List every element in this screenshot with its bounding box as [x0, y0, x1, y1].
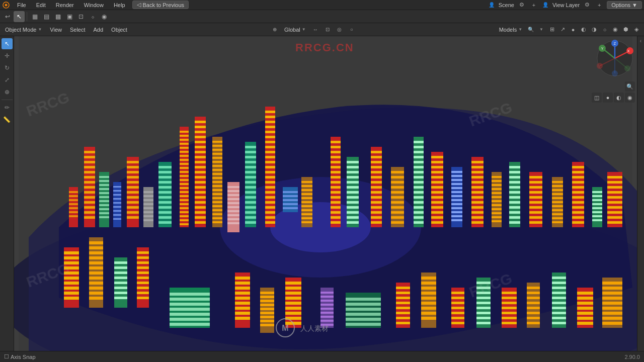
view-tool-7[interactable]: ◉ [99, 11, 110, 22]
zoom-icon[interactable]: 🔍 [625, 81, 635, 92]
svg-rect-591 [552, 322, 566, 324]
svg-rect-224 [301, 221, 312, 223]
view-tool-3[interactable]: ▩ [52, 11, 63, 22]
svg-rect-103 [180, 195, 189, 197]
object-menu[interactable]: Object [109, 26, 129, 34]
search-icon[interactable]: 🔍 [526, 25, 535, 34]
svg-rect-135 [212, 145, 222, 147]
svg-rect-530 [396, 297, 410, 299]
viewport-shading-4[interactable]: ○ [600, 25, 609, 34]
transform-tool[interactable]: ⊕ [2, 86, 13, 98]
view-menu[interactable]: View [48, 26, 64, 34]
svg-rect-542 [421, 302, 436, 305]
svg-rect-545 [421, 317, 436, 320]
scene-add-icon[interactable]: + [529, 1, 538, 10]
svg-rect-289 [414, 156, 424, 158]
svg-rect-130 [195, 211, 206, 214]
viewport-shading-6[interactable]: ⬢ [621, 25, 630, 34]
back-to-previous-button[interactable]: ◁ Back to Previous [132, 1, 189, 9]
svg-rect-468 [137, 282, 149, 284]
viewport-shading-2[interactable]: ◐ [579, 25, 588, 34]
svg-rect-482 [235, 282, 250, 285]
select-menu[interactable]: Select [68, 26, 88, 34]
view-tool-4[interactable]: ▣ [64, 11, 75, 22]
scene-settings-icon[interactable]: ⚙ [517, 1, 526, 10]
proportional-icon[interactable]: ○ [347, 25, 356, 34]
view-layer-add-icon[interactable]: + [595, 1, 604, 10]
view-tool-1[interactable]: ▦ [29, 11, 40, 22]
user-icon[interactable]: 👤 [488, 1, 496, 9]
svg-rect-145 [212, 185, 222, 187]
left-tool-panel: ↖ ✛ ↻ ⤢ ⊕ ✏ 📏 [0, 36, 14, 351]
view-dropdown-right[interactable]: ▼ [537, 26, 545, 33]
menu-render[interactable]: Render [53, 1, 77, 9]
overlay-icon[interactable]: ⊞ [547, 25, 556, 34]
menu-file[interactable]: File [14, 1, 29, 9]
move-tool[interactable]: ✛ [2, 50, 13, 61]
menu-window[interactable]: Window [81, 1, 107, 9]
svg-rect-81 [158, 201, 172, 204]
snap-icon[interactable]: ⊡ [323, 25, 332, 34]
material-icon[interactable]: ◐ [614, 93, 624, 103]
wireframe-icon[interactable]: ◫ [592, 93, 602, 103]
view-tool-5[interactable]: ⊡ [75, 11, 87, 22]
svg-rect-109 [180, 219, 189, 221]
right-panel-toggle[interactable]: ‹ [637, 36, 644, 351]
cursor-tool[interactable]: ↖ [14, 11, 25, 22]
svg-rect-232 [331, 171, 341, 173]
options-button[interactable]: Options ▼ [607, 1, 642, 9]
rotate-tool[interactable]: ↻ [2, 62, 13, 73]
solid-icon[interactable]: ● [603, 93, 613, 103]
gizmo-widget[interactable]: X Y Z [595, 38, 635, 78]
svg-rect-582 [552, 277, 566, 279]
svg-rect-252 [347, 201, 359, 204]
viewport-shading-5[interactable]: ◉ [611, 25, 620, 34]
pivot-icon[interactable]: ◎ [335, 25, 344, 34]
svg-rect-329 [451, 211, 462, 213]
viewport-icon-1[interactable]: ⊕ [270, 25, 279, 34]
svg-rect-515 [320, 308, 334, 310]
svg-rect-77 [158, 181, 172, 184]
svg-rect-599 [577, 322, 593, 325]
measure-tool[interactable]: 📏 [2, 114, 13, 125]
svg-rect-607 [602, 312, 622, 315]
svg-point-1 [5, 4, 8, 6]
svg-rect-581 [552, 273, 566, 328]
svg-rect-529 [396, 292, 410, 294]
annotate-tool[interactable]: ✏ [2, 102, 13, 113]
add-menu[interactable]: Add [92, 26, 106, 34]
svg-rect-603 [602, 292, 622, 295]
viewport-shading-7[interactable]: ◈ [632, 25, 641, 34]
svg-rect-66 [143, 195, 153, 197]
svg-rect-180 [245, 211, 256, 214]
svg-rect-388 [552, 197, 563, 199]
object-mode-dropdown[interactable]: Object Mode ▼ [3, 26, 44, 34]
user2-icon[interactable]: 👤 [541, 1, 549, 9]
svg-rect-384 [552, 181, 563, 183]
viewport-shading-3[interactable]: ◑ [590, 25, 599, 34]
svg-rect-164 [227, 218, 239, 220]
view-layer-settings-icon[interactable]: ⚙ [583, 1, 592, 10]
svg-rect-173 [245, 176, 256, 178]
menu-edit[interactable]: Edit [33, 1, 49, 9]
menu-help[interactable]: Help [111, 1, 128, 9]
viewport-shading-1[interactable]: ● [569, 25, 578, 34]
scale-tool[interactable]: ⤢ [2, 74, 13, 85]
view-tool-2[interactable]: ▤ [41, 11, 52, 22]
view-tool-6[interactable]: ⬦ [87, 11, 98, 22]
svg-rect-169 [245, 156, 256, 158]
svg-rect-544 [421, 312, 436, 315]
transform-icon[interactable]: ↔ [311, 25, 320, 34]
svg-text:Z: Z [614, 42, 616, 45]
select-tool[interactable]: ↖ [2, 38, 13, 49]
axis-snap-status: ☐ Axis Snap [4, 353, 36, 360]
undo-button[interactable]: ↩ [2, 11, 13, 22]
gizmo-icon[interactable]: ↗ [558, 25, 567, 34]
viewport[interactable]: RRCG RRCG RRCG RRCG RRCG.CN M 人人素材 [14, 36, 637, 351]
global-dropdown[interactable]: Global ▼ [282, 26, 308, 34]
rendered-icon[interactable]: ◉ [625, 93, 635, 103]
svg-rect-601 [602, 282, 622, 285]
models-dropdown[interactable]: Models ▼ [497, 26, 524, 34]
separator-1 [27, 12, 27, 21]
svg-rect-299 [414, 206, 424, 209]
